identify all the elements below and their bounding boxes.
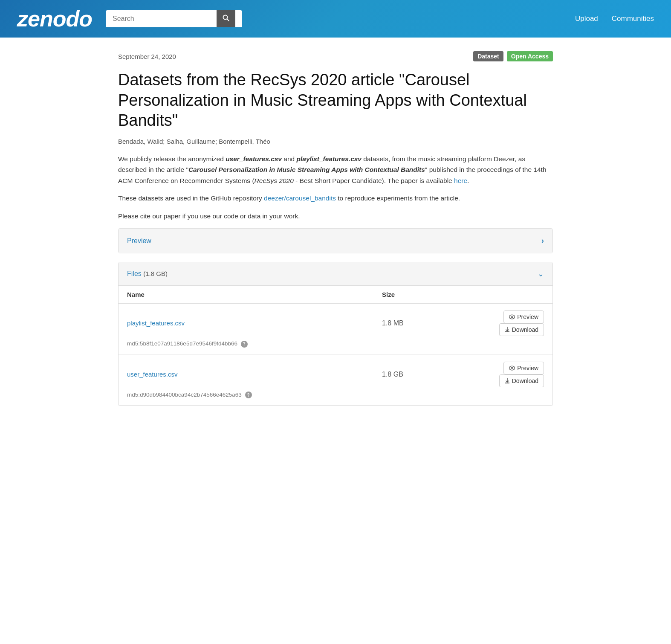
site-header: zenodo Upload Communities xyxy=(0,0,671,38)
chevron-right-icon: › xyxy=(541,236,544,245)
file1-size-cell: 1.8 MB xyxy=(373,304,459,340)
preview-label: Preview xyxy=(127,237,151,245)
publication-date: September 24, 2020 xyxy=(118,53,176,60)
file2-size-cell: 1.8 GB xyxy=(373,354,459,391)
chevron-down-icon: ⌄ xyxy=(538,269,544,278)
file2-preview-button[interactable]: Preview xyxy=(503,362,544,374)
svg-point-4 xyxy=(509,366,515,370)
badge-group: Dataset Open Access xyxy=(473,51,553,61)
authors: Bendada, Walid; Salha, Guillaume; Bontem… xyxy=(118,138,553,145)
file2-name-link[interactable]: user_features.csv xyxy=(127,371,177,378)
preview-section: Preview › xyxy=(118,228,553,253)
col-header-actions xyxy=(459,286,552,304)
files-label: Files xyxy=(127,270,142,277)
svg-point-2 xyxy=(509,315,515,319)
files-header[interactable]: Files (1.8 GB) ⌄ xyxy=(119,262,552,286)
file2-md5-row: md5:d90db984400bca94c2b74566e4625a63 ? xyxy=(119,391,552,406)
md5-help-icon[interactable]: ? xyxy=(241,341,248,348)
file1-name-link[interactable]: playlist_features.csv xyxy=(127,319,185,327)
search-input[interactable] xyxy=(106,11,217,27)
badge-open-access: Open Access xyxy=(507,51,553,61)
table-row: playlist_features.csv 1.8 MB Preview xyxy=(119,304,552,340)
page-title: Datasets from the RecSys 2020 article "C… xyxy=(118,70,553,131)
site-logo[interactable]: zenodo xyxy=(17,8,92,30)
files-section: Files (1.8 GB) ⌄ Name Size playlist_feat… xyxy=(118,262,553,406)
file2-name-cell: user_features.csv xyxy=(119,354,373,391)
search-icon xyxy=(223,15,229,21)
description-paragraph-1: We publicly release the anonymized user_… xyxy=(118,154,553,186)
file2-download-button[interactable]: Download xyxy=(499,374,544,387)
conf-ref: RecSys 2020 xyxy=(255,177,294,184)
download-icon xyxy=(505,378,510,384)
file1-preview-button[interactable]: Preview xyxy=(503,310,544,323)
file2-md5: md5:d90db984400bca94c2b74566e4625a63 ? xyxy=(119,391,552,406)
description-paragraph-2: These datasets are used in the GitHub re… xyxy=(118,193,553,204)
here-link[interactable]: here xyxy=(454,177,467,184)
meta-row: September 24, 2020 Dataset Open Access xyxy=(118,51,553,61)
files-table: Name Size playlist_features.csv 1.8 MB xyxy=(119,286,552,406)
file2-actions-cell: Preview Download xyxy=(459,354,552,391)
file1-md5-row: md5:5b8f1e07a91186e5d7e9546f9fd4bb66 ? xyxy=(119,339,552,354)
svg-line-1 xyxy=(227,19,229,21)
preview-header[interactable]: Preview › xyxy=(119,229,552,253)
file1-md5: md5:5b8f1e07a91186e5d7e9546f9fd4bb66 ? xyxy=(119,339,552,354)
github-link[interactable]: deezer/carousel_bandits xyxy=(264,194,336,202)
col-header-size: Size xyxy=(373,286,459,304)
files-title-group: Files (1.8 GB) xyxy=(127,270,168,278)
article-title-ref: Carousel Personalization in Music Stream… xyxy=(188,166,425,173)
main-nav: Upload Communities xyxy=(575,15,654,23)
file1-name-cell: playlist_features.csv xyxy=(119,304,373,340)
eye-icon xyxy=(509,365,515,371)
badge-dataset: Dataset xyxy=(473,51,503,61)
search-button[interactable] xyxy=(217,10,235,27)
file1-download-button[interactable]: Download xyxy=(499,323,544,336)
nav-communities[interactable]: Communities xyxy=(612,15,654,23)
files-total-size: (1.8 GB) xyxy=(143,270,168,277)
description-paragraph-3: Please cite our paper if you use our cod… xyxy=(118,211,553,222)
search-container xyxy=(106,10,242,27)
md5-help-icon-2[interactable]: ? xyxy=(245,392,252,398)
file2-ref: playlist_features.csv xyxy=(296,155,362,162)
file1-actions-cell: Preview Download xyxy=(459,304,552,340)
main-content: September 24, 2020 Dataset Open Access D… xyxy=(101,38,570,420)
nav-upload[interactable]: Upload xyxy=(575,15,598,23)
svg-point-3 xyxy=(511,316,513,318)
file1-ref: user_features.csv xyxy=(226,155,282,162)
download-icon xyxy=(505,327,510,333)
svg-point-5 xyxy=(511,367,513,369)
table-row: user_features.csv 1.8 GB Preview xyxy=(119,354,552,391)
col-header-name: Name xyxy=(119,286,373,304)
eye-icon xyxy=(509,314,515,320)
